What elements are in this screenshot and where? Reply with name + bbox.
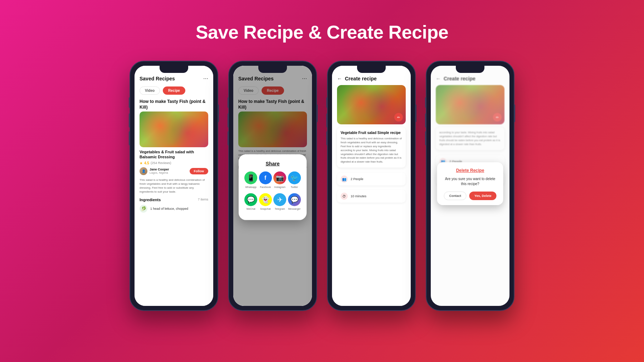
recipe-card-3: Vegetable Fruit salad Simple recipe This…	[337, 127, 406, 168]
time-icon-3: ⏱	[341, 193, 348, 200]
facebook-label: Facebook	[260, 186, 271, 188]
phone-2: Saved Recipes ⋯ Video Recipe How to make…	[228, 61, 317, 311]
ingredient-item-1: 🥬 1 head of lettuce, chopped	[135, 203, 213, 214]
cancel-button[interactable]: Contact	[444, 192, 467, 200]
ingredient-icon-1: 🥬	[140, 205, 147, 213]
delete-modal-buttons: Contact Yes, Delete	[442, 192, 498, 200]
author-name-1: Jane Cooper	[150, 168, 169, 171]
share-item-snapchat[interactable]: 👻 Snapchat	[259, 193, 272, 210]
phone-4-notch	[456, 66, 484, 73]
phone-2-inner: Saved Recipes ⋯ Video Recipe How to make…	[233, 66, 312, 306]
phone-1: Saved Recipes ⋯ Video Recipe How to make…	[130, 61, 218, 311]
author-avatar-1: 👤	[140, 167, 147, 175]
phone-3-notch	[357, 66, 386, 73]
create-recipe-image-4: ✏	[436, 85, 504, 124]
rating-row-1: ★ 4.5 (254 Reviews)	[135, 160, 213, 166]
share-item-twitter[interactable]: 🐦 Twitter	[288, 172, 301, 188]
phone-3-screen: ← Create recipe ✏ Vegetable Fruit salad …	[332, 66, 411, 306]
recipe-card-4: according to your taste. Mixing fruits i…	[436, 127, 504, 150]
people-icon-3: 👥	[341, 175, 348, 183]
items-count-1: 7 items	[198, 198, 208, 202]
time-info-row-3: ⏱ 10 minutes	[337, 190, 406, 203]
wechat-label: WeChat	[247, 208, 255, 210]
share-item-telegram[interactable]: ✈ Telegram	[273, 193, 286, 210]
phone-1-notch	[160, 66, 188, 73]
share-icon-1[interactable]: ⋯	[203, 76, 208, 81]
tab-recipe-1[interactable]: Recipe	[163, 86, 185, 95]
phone-4: ← Create recipe ✏ according to your tast…	[426, 61, 514, 311]
phone-1-screen: Saved Recipes ⋯ Video Recipe How to make…	[135, 66, 213, 306]
snapchat-label: Snapchat	[260, 208, 271, 210]
share-item-messenger[interactable]: 💬 Messanger	[288, 193, 301, 210]
delete-modal-text: Are you sure you want to delete this rec…	[442, 177, 498, 187]
messenger-icon: 💬	[288, 193, 301, 206]
whatsapp-icon: 📱	[244, 172, 257, 184]
time-label-3: 10 minutes	[351, 194, 366, 198]
author-info-1: 👤 Jane Cooper Lagos, Nigeria	[140, 167, 169, 175]
phone-3-inner: ← Create recipe ✏ Vegetable Fruit salad …	[332, 66, 411, 306]
telegram-icon: ✈	[273, 193, 286, 206]
author-details-1: Jane Cooper Lagos, Nigeria	[150, 168, 169, 174]
share-item-wechat[interactable]: 💬 WeChat	[244, 193, 257, 210]
recipe-name-1: Vegetables & Fruit salad with Balsamic D…	[135, 147, 213, 160]
edit-button-4: ✏	[493, 113, 502, 122]
delete-confirm-button[interactable]: Yes, Delete	[469, 192, 497, 200]
people-label-3: 2 People	[351, 177, 364, 181]
phone-1-inner: Saved Recipes ⋯ Video Recipe How to make…	[135, 66, 213, 306]
share-item-whatsapp[interactable]: 📱 Whatsapp	[244, 172, 257, 188]
instagram-icon: 📷	[273, 172, 286, 184]
delete-modal: Delete Recipe Are you sure you want to d…	[437, 162, 503, 205]
share-icons-row-1: 📱 Whatsapp f Facebook 📷 Instagram 🐦 Twit…	[244, 172, 302, 188]
ingredients-title-1: Ingredients	[140, 198, 161, 202]
people-info-row-3: 👥 2 People	[337, 173, 406, 185]
recipe-desc-1: This salad is a healthy and delicious co…	[135, 177, 213, 195]
messenger-label: Messanger	[288, 208, 301, 210]
share-icons-row-2: 💬 WeChat 👻 Snapchat ✈ Telegram 💬 Messang…	[244, 193, 302, 210]
rating-num-1: 4.5	[144, 161, 149, 165]
page-title: Save Recipe & Create Recipe	[196, 21, 448, 43]
recipe-image-inner-1	[140, 111, 208, 147]
create-recipe-title-4: Create recipe	[444, 76, 475, 81]
twitter-icon: 🐦	[288, 172, 301, 184]
share-item-instagram[interactable]: 📷 Instagram	[273, 172, 286, 188]
wechat-icon: 💬	[244, 193, 257, 206]
instagram-label: Instagram	[274, 186, 286, 188]
back-arrow-4: ←	[436, 76, 441, 81]
share-modal-title: Share	[244, 161, 302, 167]
recipe-card-desc-3: This salad is a healthy and delicious co…	[341, 137, 402, 164]
whatsapp-label: Whatsapp	[245, 186, 257, 188]
facebook-icon: f	[259, 172, 272, 184]
phone-2-notch	[258, 66, 287, 73]
create-recipe-image-3: ✏	[337, 85, 406, 124]
share-item-facebook[interactable]: f Facebook	[259, 172, 272, 188]
create-recipe-title-3: Create recipe	[345, 76, 377, 81]
recipe-card-title-3: Vegetable Fruit salad Simple recipe	[341, 131, 402, 135]
edit-button-3[interactable]: ✏	[394, 113, 403, 122]
saved-recipes-title-1: Saved Recipes	[140, 76, 175, 81]
phones-container: Saved Recipes ⋯ Video Recipe How to make…	[108, 61, 536, 311]
phone-3: ← Create recipe ✏ Vegetable Fruit salad …	[327, 61, 416, 311]
phone-4-inner: ← Create recipe ✏ according to your tast…	[431, 66, 509, 306]
recipe-section-title-1: How to make Tasty Fish (point & Kill)	[135, 97, 213, 111]
reviews-text-1: (254 Reviews)	[151, 161, 171, 165]
tab-video-1[interactable]: Video	[140, 86, 160, 95]
author-row-1: 👤 Jane Cooper Lagos, Nigeria Follow	[135, 166, 213, 177]
telegram-label: Telegram	[275, 208, 285, 210]
ingredients-header-1: Ingredients 7 items	[135, 195, 213, 203]
twitter-label: Twitter	[291, 186, 298, 188]
recipe-card-desc-4: according to your taste. Mixing fruits i…	[439, 131, 501, 147]
tabs-row-1: Video Recipe	[135, 84, 213, 97]
delete-modal-title: Delete Recipe	[442, 168, 498, 173]
back-arrow-3[interactable]: ←	[337, 76, 342, 81]
recipe-image-1	[140, 111, 208, 147]
ingredient-text-1: 1 head of lettuce, chopped	[150, 207, 188, 210]
snapchat-icon: 👻	[259, 193, 272, 206]
star-icon-1: ★	[140, 161, 143, 165]
share-modal: Share 📱 Whatsapp f Facebook 📷 Instagram	[239, 154, 307, 220]
author-location-1: Lagos, Nigeria	[150, 171, 169, 174]
follow-button-1[interactable]: Follow	[190, 168, 209, 174]
